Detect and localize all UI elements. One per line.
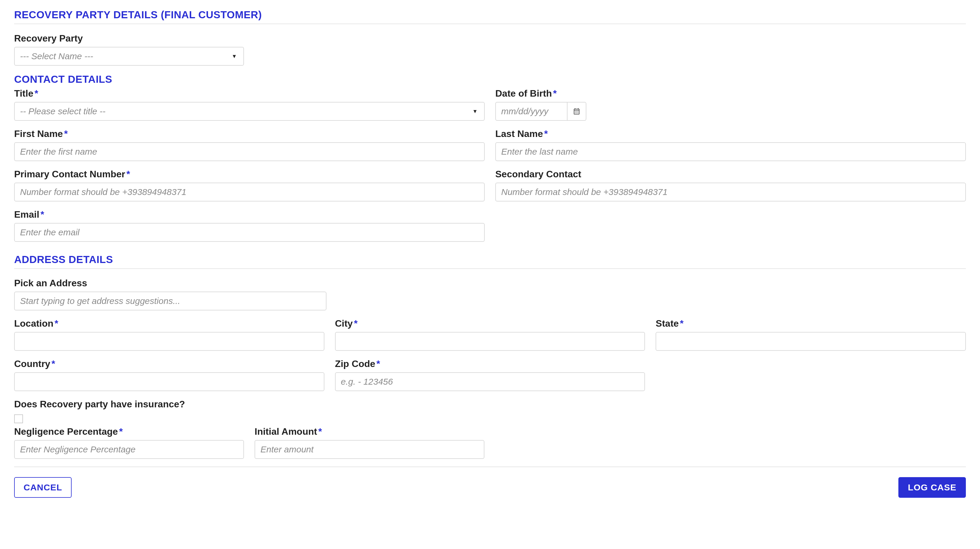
- field-secondary-contact: Secondary Contact: [495, 169, 966, 202]
- pick-address-input[interactable]: [14, 292, 326, 311]
- label-title: Title*: [14, 88, 485, 99]
- recovery-party-select-placeholder: --- Select Name ---: [20, 51, 93, 61]
- label-recovery-party: Recovery Party: [14, 33, 244, 44]
- email-input[interactable]: [14, 223, 485, 242]
- label-email-text: Email: [14, 209, 39, 220]
- label-country-text: Country: [14, 359, 50, 369]
- primary-contact-input[interactable]: [14, 182, 485, 202]
- chevron-down-icon: ▼: [473, 108, 477, 114]
- city-input[interactable]: [335, 332, 645, 351]
- label-last-name-text: Last Name: [495, 129, 543, 139]
- label-location-text: Location: [14, 318, 53, 329]
- country-input[interactable]: [14, 372, 325, 391]
- state-input[interactable]: [655, 332, 966, 351]
- field-negligence: Negligence Percentage*: [14, 426, 244, 459]
- field-city: City*: [335, 318, 645, 351]
- label-first-name-text: First Name: [14, 129, 63, 139]
- section-title-recovery-party: RECOVERY PARTY DETAILS (FINAL CUSTOMER): [14, 9, 966, 21]
- required-mark: *: [40, 209, 44, 220]
- label-city: City*: [335, 318, 645, 329]
- calendar-icon: [573, 108, 581, 115]
- label-first-name: First Name*: [14, 129, 485, 139]
- required-mark: *: [64, 129, 67, 139]
- label-initial-amount-text: Initial Amount: [255, 426, 317, 437]
- label-zip: Zip Code*: [335, 359, 645, 369]
- divider: [14, 24, 966, 24]
- label-city-text: City: [335, 318, 353, 329]
- field-insurance: Does Recovery party have insurance?: [14, 399, 185, 423]
- label-state: State*: [655, 318, 966, 329]
- field-email: Email*: [14, 209, 485, 242]
- label-primary-contact: Primary Contact Number*: [14, 169, 485, 180]
- insurance-checkbox[interactable]: [14, 414, 23, 423]
- label-dob: Date of Birth*: [495, 88, 966, 99]
- required-mark: *: [54, 318, 58, 329]
- required-mark: *: [119, 426, 123, 437]
- required-mark: *: [35, 88, 38, 99]
- divider: [14, 268, 966, 269]
- field-first-name: First Name*: [14, 129, 485, 161]
- label-dob-text: Date of Birth: [495, 88, 552, 99]
- log-case-button[interactable]: LOG CASE: [898, 477, 966, 498]
- required-mark: *: [354, 318, 357, 329]
- required-mark: *: [680, 318, 684, 329]
- label-location: Location*: [14, 318, 325, 329]
- section-title-contact: CONTACT DETAILS: [14, 73, 966, 85]
- required-mark: *: [377, 359, 380, 369]
- field-recovery-party: Recovery Party --- Select Name --- ▼: [14, 33, 244, 66]
- label-secondary-contact: Secondary Contact: [495, 169, 966, 180]
- field-initial-amount: Initial Amount*: [255, 426, 484, 459]
- label-last-name: Last Name*: [495, 129, 966, 139]
- label-state-text: State: [655, 318, 679, 329]
- required-mark: *: [318, 426, 322, 437]
- field-primary-contact: Primary Contact Number*: [14, 169, 485, 202]
- section-title-address: ADDRESS DETAILS: [14, 254, 966, 265]
- field-title: Title* -- Please select title -- ▼: [14, 88, 485, 121]
- field-country: Country*: [14, 359, 325, 391]
- field-state: State*: [655, 318, 966, 351]
- spacer: [495, 209, 966, 242]
- first-name-input[interactable]: [14, 142, 485, 161]
- footer-actions: CANCEL LOG CASE: [14, 466, 966, 498]
- label-negligence: Negligence Percentage*: [14, 426, 244, 437]
- required-mark: *: [52, 359, 55, 369]
- calendar-button[interactable]: [568, 102, 586, 121]
- spacer: [655, 359, 966, 391]
- title-select-placeholder: -- Please select title --: [20, 106, 105, 116]
- label-email: Email*: [14, 209, 485, 220]
- field-zip: Zip Code*: [335, 359, 645, 391]
- label-zip-text: Zip Code: [335, 359, 375, 369]
- field-location: Location*: [14, 318, 325, 351]
- label-title-text: Title: [14, 88, 33, 99]
- field-last-name: Last Name*: [495, 129, 966, 161]
- label-initial-amount: Initial Amount*: [255, 426, 484, 437]
- field-pick-address: Pick an Address: [14, 278, 326, 311]
- secondary-contact-input[interactable]: [495, 182, 966, 202]
- zip-input[interactable]: [335, 372, 645, 391]
- required-mark: *: [544, 129, 548, 139]
- chevron-down-icon: ▼: [232, 53, 237, 59]
- negligence-input[interactable]: [14, 440, 244, 459]
- label-negligence-text: Negligence Percentage: [14, 426, 118, 437]
- required-mark: *: [553, 88, 557, 99]
- label-insurance: Does Recovery party have insurance?: [14, 399, 185, 410]
- initial-amount-input[interactable]: [255, 440, 484, 459]
- label-primary-contact-text: Primary Contact Number: [14, 169, 125, 179]
- dob-input[interactable]: [495, 102, 568, 121]
- title-select[interactable]: -- Please select title -- ▼: [14, 102, 485, 121]
- required-mark: *: [126, 169, 130, 179]
- location-input[interactable]: [14, 332, 325, 351]
- cancel-button[interactable]: CANCEL: [14, 477, 72, 498]
- last-name-input[interactable]: [495, 142, 966, 161]
- label-pick-address: Pick an Address: [14, 278, 326, 289]
- field-dob: Date of Birth*: [495, 88, 966, 121]
- recovery-party-select[interactable]: --- Select Name --- ▼: [14, 47, 244, 66]
- label-country: Country*: [14, 359, 325, 369]
